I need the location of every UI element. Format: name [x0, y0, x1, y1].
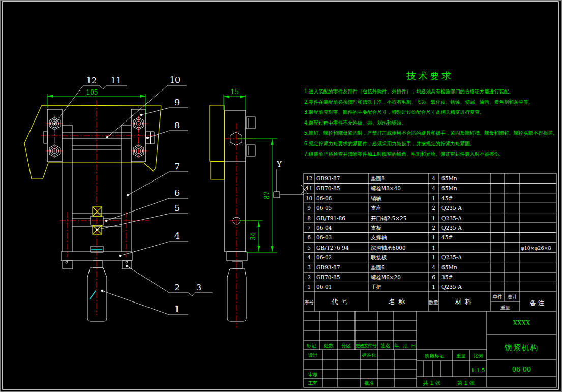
tech-requirements: 技术要求 1.进入装配的零件及部件（包括外购件、外协件），均必须具有检验部门的合…: [304, 70, 557, 157]
bom-cell-name: 支座: [371, 205, 381, 211]
bom-row: 6 06-03 支撑轴 1 45#: [307, 234, 453, 240]
leader-dots: [53, 114, 149, 292]
label-mark: 标记: [306, 343, 316, 348]
bom-cell-qty: 1: [432, 254, 435, 260]
label-scale: 比例: [474, 353, 483, 358]
bom-cell-qty: 2: [432, 225, 435, 231]
bom-cell-name: 垫圈8: [370, 175, 385, 182]
bom-cell-material: 65Mn: [441, 175, 457, 182]
datum-leader: Y: [274, 160, 308, 198]
bom-cell-name: 螺栓M6×20: [371, 274, 401, 280]
bom-cell-qty: 1: [432, 234, 435, 240]
bom-cell-name: 支撑轴: [371, 234, 387, 240]
dim-34-text: 34: [250, 232, 257, 240]
datum-label: Y: [276, 160, 282, 169]
balloon-12: 12: [86, 76, 97, 85]
bom-cell-qty: 4: [432, 185, 435, 191]
bom-cell-material: Q235-A: [441, 205, 462, 211]
bom-cell-code: 06-01: [316, 284, 332, 290]
balloon-9: 9: [174, 98, 180, 107]
bom-cell-name: 联接板: [371, 254, 387, 260]
bom-cell-no: 3: [307, 264, 311, 270]
bom-cell-name: 手把: [371, 284, 382, 290]
handle: [87, 261, 107, 321]
bom-row: 11 GB70-85 螺栓M8×40 4 65Mn: [306, 185, 457, 191]
balloon-1: 1: [174, 305, 180, 314]
tech-req-item: 1.进入装配的零件及部件（包括外购件、外协件），均必须具有检验部门的合格证方能进…: [304, 88, 514, 94]
bom-cell-qty: 4: [432, 175, 435, 182]
balloon-numbers: 12 11 10 9 8 7 6 5 4 2 3 1: [86, 75, 201, 314]
tech-req-title: 技术要求: [406, 70, 453, 81]
tech-req-item: 2.零件在装配前必须清理和清洗干净，不得有毛刺、飞边、氧化皮、锈蚀、切屑、油污、…: [304, 99, 533, 105]
bom-cell-no: 7: [307, 225, 311, 231]
balloon-11: 11: [111, 76, 121, 85]
bom-cell-name: 开口销2.5×25: [371, 215, 406, 221]
bom-cell-material: 65Mn: [441, 264, 457, 270]
dimension-15: 15: [224, 88, 246, 110]
bom-cell-name: 螺栓M8×40: [371, 185, 401, 191]
sheets-total: 共 1 张: [423, 380, 441, 386]
centerlines: [225, 123, 257, 328]
title-block-labels: 标记 处数 分区 更改文件号 签名 年、月、日 设计 标准化 审核 工艺 批准 …: [306, 343, 483, 386]
dimension-87: 87: [238, 139, 277, 252]
bom-cell-code: GB70-85: [316, 274, 340, 280]
bom-cell-code: GB/T276-94: [316, 245, 349, 251]
bom-cell-qty: 1: [432, 284, 435, 290]
bom-cell-material: 65Mn: [441, 185, 457, 191]
bom-row: 3 GB93-87 垫圈6 4 65Mn: [307, 264, 457, 270]
bom-cell-remark: φ10×φ26×8: [521, 245, 551, 251]
clamped-plate-section: [210, 105, 224, 179]
bom-cell-no: 1: [307, 284, 311, 290]
bom-row: 10 06-06 销轴 1 45#: [306, 195, 453, 201]
bom-cell-name: 深沟轴承6000: [370, 245, 406, 251]
bom-header-remark: 备注: [530, 299, 546, 307]
front-view: 105: [24, 89, 161, 321]
bom-cell-no: 5: [307, 245, 311, 251]
drawing-number: 06-00: [512, 366, 531, 373]
label-sign: 签名: [381, 343, 391, 348]
bom-cell-name: 支板: [371, 225, 382, 231]
bom-cell-qty: 6: [432, 274, 435, 280]
bom-cell-code: 06-05: [316, 205, 332, 211]
balloon-8: 8: [174, 120, 180, 130]
bom-cell-no: 4: [307, 254, 311, 260]
bom-header-material: 材料: [455, 298, 475, 306]
bom-cell-no: 2: [307, 274, 311, 280]
bom-cell-code: 06-02: [316, 254, 332, 260]
label-design: 设计: [308, 352, 318, 358]
balloon-10: 10: [170, 75, 180, 85]
balloon-6: 6: [174, 188, 180, 198]
bom-cell-qty: 4: [432, 264, 435, 270]
bom-cell-name: 销轴: [370, 195, 381, 201]
tech-req-item: 7.组装前严格检查并清除零件加工时残留的锐角、毛刺和异物。保证密封件装入时不被擦…: [304, 151, 504, 157]
bom-header: 序号 代号 名称 数量 材料 单件 总计 重量 备注: [304, 294, 546, 310]
label-doc-no: 更改文件号: [356, 343, 377, 348]
balloon-5: 5: [174, 203, 180, 213]
foot-hole: [126, 261, 128, 263]
label-process: 工艺: [308, 380, 318, 386]
bom-cell-material: Q235-A: [441, 254, 462, 260]
foot-hole: [66, 261, 68, 263]
bracket-side-tab: [44, 131, 47, 143]
tech-req-item: 6.规定拧紧力矩要求的紧固件，必须采用力矩扳手，并按规定的拧紧力矩紧固。: [304, 141, 475, 146]
bom-cell-code: GB93-87: [316, 264, 340, 270]
bom-header-no: 序号: [304, 299, 314, 305]
bom-header-weight: 重量: [500, 305, 511, 310]
bom-cell-no: 11: [306, 185, 312, 191]
sheet-frame: [1, 1, 562, 392]
bom-cell-qty: 1: [432, 195, 435, 201]
drawing-title: 锁紧机构: [504, 343, 539, 352]
bom-header-unit: 单件: [492, 294, 502, 299]
bom-cell-code: 06-03: [316, 234, 332, 240]
bom-row: 12 GB93-87 垫圈8 4 65Mn: [306, 175, 457, 182]
bom-cell-material: 45#: [441, 195, 453, 201]
label-stage-mark: 阶段标记: [425, 353, 445, 358]
label-count: 处数: [324, 343, 334, 348]
company-name: XXXX: [513, 320, 530, 327]
bom-cell-qty: 1: [432, 215, 435, 221]
bom-cell-material: Q235-A: [441, 225, 462, 231]
tech-req-item: 5.螺钉、螺栓和螺母紧固时，严禁打击或使用不合适的旋具和扳手，紧固后螺钉槽、螺母…: [304, 130, 557, 136]
bom-cell-qty: 1: [432, 245, 435, 251]
balloon-callouts: [53, 85, 213, 315]
bom-cell-material: Q235-A: [441, 284, 462, 290]
